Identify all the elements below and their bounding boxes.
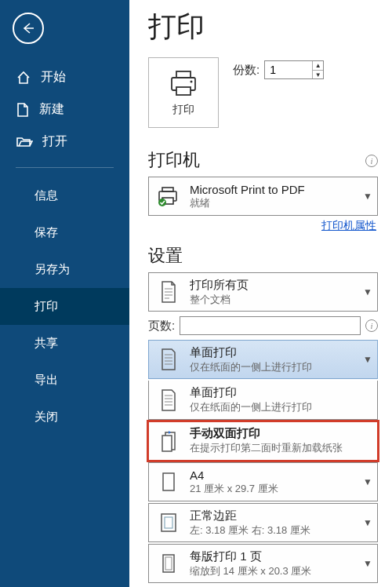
svg-rect-5: [162, 188, 173, 191]
print-scope-selector[interactable]: 打印所有页 整个文档 ▼: [148, 272, 378, 312]
page-single-icon: [155, 348, 182, 371]
backstage-sidebar: 开始 新建 打开 信息 保存 另存为 打印 共享 导出 关闭: [0, 0, 129, 587]
print-button-label: 打印: [172, 103, 194, 117]
copies-input[interactable]: [265, 61, 312, 78]
chevron-down-icon: ▼: [363, 558, 372, 569]
sheets-per-page-selector[interactable]: 每版打印 1 页 缩放到 14 厘米 x 20.3 厘米 ▼: [148, 544, 378, 583]
printer-selector[interactable]: Microsoft Print to PDF 就绪 ▼: [148, 177, 378, 216]
sheet-icon: [155, 552, 182, 574]
margins-selector[interactable]: 正常边距 左: 3.18 厘米 右: 3.18 厘米 ▼: [148, 503, 378, 542]
chevron-down-icon: ▼: [363, 191, 372, 202]
duplex-option-manual[interactable]: 手动双面打印 在提示打印第二面时重新加载纸张: [148, 421, 378, 461]
nav-new[interactable]: 新建: [0, 93, 129, 126]
info-icon[interactable]: i: [365, 155, 378, 167]
subnav-share[interactable]: 共享: [0, 325, 129, 362]
nav-label: 打开: [42, 133, 67, 150]
svg-rect-2: [176, 87, 191, 95]
settings-section-title: 设置: [148, 244, 378, 268]
svg-rect-9: [162, 514, 176, 531]
print-panel: 打印 打印 份数: ▲▼ 打印机 i Microsoft Print: [129, 0, 392, 587]
printer-name: Microsoft Print to PDF: [190, 183, 355, 196]
back-arrow-icon: [20, 20, 36, 36]
nav-separator: [16, 167, 114, 168]
page-title: 打印: [148, 8, 378, 46]
svg-rect-10: [165, 517, 172, 528]
paper-selector[interactable]: A4 21 厘米 x 29.7 厘米 ▼: [148, 462, 378, 501]
copies-label: 份数:: [233, 63, 260, 78]
subnav-save[interactable]: 保存: [0, 214, 129, 251]
page-duplex-icon: [155, 429, 182, 453]
folder-icon: [16, 135, 33, 149]
nav-label: 开始: [41, 69, 66, 86]
subnav-info[interactable]: 信息: [0, 177, 129, 214]
svg-point-7: [158, 199, 166, 206]
margins-icon: [155, 512, 182, 534]
nav-home[interactable]: 开始: [0, 61, 129, 93]
page-single-icon: [155, 388, 182, 412]
print-button[interactable]: 打印: [148, 57, 219, 128]
nav-open[interactable]: 打开: [0, 126, 129, 158]
info-icon[interactable]: i: [365, 319, 378, 332]
subnav-export[interactable]: 导出: [0, 362, 129, 399]
printer-icon: [167, 68, 200, 98]
svg-point-3: [191, 81, 193, 83]
pages-input[interactable]: [180, 316, 361, 335]
chevron-down-icon: ▼: [363, 286, 372, 297]
chevron-down-icon: ▼: [363, 517, 372, 528]
copies-spinner[interactable]: ▲▼: [312, 61, 323, 78]
subnav-close[interactable]: 关闭: [0, 399, 129, 436]
paper-icon: [155, 471, 182, 493]
duplex-selector[interactable]: 单面打印 仅在纸面的一侧上进行打印 ▼: [148, 340, 378, 379]
subnav-saveas[interactable]: 另存为: [0, 251, 129, 288]
chevron-down-icon: ▼: [363, 354, 372, 365]
home-icon: [16, 70, 31, 86]
svg-rect-1: [176, 71, 191, 78]
nav-label: 新建: [39, 101, 64, 118]
printer-status: 就绪: [190, 196, 355, 210]
svg-rect-12: [165, 557, 172, 570]
printer-properties-link[interactable]: 打印机属性: [148, 219, 376, 233]
printer-status-icon: [155, 185, 182, 207]
svg-rect-8: [163, 473, 174, 490]
pages-label: 页数:: [148, 319, 175, 334]
chevron-down-icon: ▼: [363, 476, 372, 487]
duplex-option-single[interactable]: 单面打印 仅在纸面的一侧上进行打印: [148, 381, 378, 420]
subnav-print[interactable]: 打印: [0, 288, 129, 325]
printer-section-title: 打印机: [148, 148, 200, 172]
file-icon: [16, 102, 30, 118]
back-button[interactable]: [13, 13, 44, 44]
page-icon: [155, 280, 182, 304]
